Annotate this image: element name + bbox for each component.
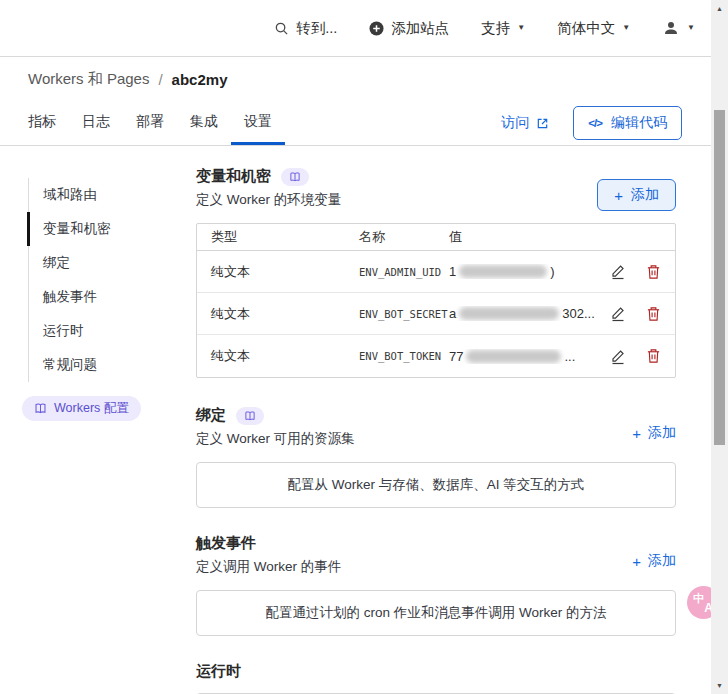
sidebar-item-variables-secrets[interactable]: 变量和机密: [29, 212, 182, 246]
support-menu[interactable]: 支持 ▼: [481, 19, 525, 38]
bindings-title-row: 绑定: [196, 406, 676, 425]
visit-label: 访问: [501, 114, 529, 132]
table-row: 纯文本 ENV_BOT_SECRET a 302...: [197, 293, 675, 335]
variable-value: 1 ): [449, 264, 597, 279]
visit-link[interactable]: 访问: [501, 114, 549, 132]
scroll-down-button[interactable]: ▼: [711, 677, 728, 694]
runtime-title: 运行时: [196, 662, 241, 681]
book-icon: [244, 410, 256, 422]
breadcrumb-current: abc2my: [172, 71, 228, 88]
goto-label: 转到...: [296, 19, 337, 38]
variable-type: 纯文本: [197, 263, 359, 281]
pencil-icon: [610, 263, 626, 280]
tab-settings[interactable]: 设置: [231, 101, 285, 145]
code-icon: </>: [588, 117, 602, 129]
workers-settings-page: 转到... 添加站点 支持 ▼ 简体中文 ▼ ▼: [0, 0, 728, 694]
tab-actions: 访问 </> 编辑代码: [501, 101, 711, 145]
table-row: 纯文本 ENV_ADMIN_UID 1 ): [197, 251, 675, 293]
bindings-subtitle: 定义 Worker 可用的资源集: [196, 430, 676, 448]
bindings-title: 绑定: [196, 406, 226, 425]
tab-integrations[interactable]: 集成: [177, 101, 231, 145]
section-runtime: 运行时: [196, 662, 676, 694]
triggers-title-row: 触发事件: [196, 534, 676, 553]
trash-icon: [646, 348, 661, 364]
variable-type: 纯文本: [197, 305, 359, 323]
pencil-icon: [610, 305, 626, 322]
delete-variable-button[interactable]: [646, 306, 661, 322]
trash-icon: [646, 306, 661, 322]
add-site-label: 添加站点: [391, 19, 449, 38]
variables-table: 类型 名称 值 纯文本 ENV_ADMIN_UID 1 ): [196, 223, 676, 378]
row-actions: [597, 348, 675, 365]
settings-sidebar: 域和路由 变量和机密 绑定 触发事件 运行时 常规问题: [28, 178, 182, 382]
language-label: 简体中文: [557, 19, 615, 38]
variables-table-header: 类型 名称 值: [197, 224, 675, 251]
breadcrumb-separator: /: [158, 71, 162, 88]
variables-title: 变量和机密: [196, 167, 271, 186]
tab-logs[interactable]: 日志: [69, 101, 123, 145]
add-variable-label: 添加: [631, 186, 659, 204]
sidebar-item-domains-routes[interactable]: 域和路由: [29, 178, 182, 212]
triggers-title: 触发事件: [196, 534, 256, 553]
tab-deployments[interactable]: 部署: [123, 101, 177, 145]
chevron-down-icon: ▼: [687, 24, 695, 32]
vertical-scrollbar[interactable]: ▲ ▼: [711, 0, 728, 694]
plus-icon: +: [632, 554, 641, 569]
triggers-empty-state: 配置通过计划的 cron 作业和消息事件调用 Worker 的方法: [196, 590, 676, 636]
settings-content: 变量和机密 定义 Worker 的环境变量 + 添加 类型 名称 值: [196, 167, 676, 694]
book-icon: [34, 402, 47, 415]
translate-icon: 中: [693, 591, 704, 606]
variable-name: ENV_BOT_TOKEN: [359, 350, 449, 362]
support-label: 支持: [481, 19, 510, 38]
edit-variable-button[interactable]: [610, 305, 626, 322]
trash-icon: [646, 264, 661, 280]
search-icon: [274, 21, 289, 36]
table-row: 纯文本 ENV_BOT_TOKEN 77 ...: [197, 335, 675, 377]
goto-search[interactable]: 转到...: [274, 19, 337, 38]
redacted-value-blur: [459, 265, 547, 278]
tab-metrics[interactable]: 指标: [15, 101, 69, 145]
breadcrumb-root-link[interactable]: Workers 和 Pages: [28, 70, 149, 89]
delete-variable-button[interactable]: [646, 264, 661, 280]
section-variables-secrets: 变量和机密 定义 Worker 的环境变量 + 添加 类型 名称 值: [196, 167, 676, 378]
user-icon: [662, 19, 680, 37]
sidebar-item-triggers[interactable]: 触发事件: [29, 280, 182, 314]
add-trigger-label: 添加: [648, 552, 676, 570]
chevron-down-icon: ▼: [622, 24, 630, 32]
edit-code-button[interactable]: </> 编辑代码: [573, 106, 682, 140]
add-binding-link[interactable]: + 添加: [632, 424, 676, 442]
add-site-button[interactable]: 添加站点: [369, 19, 449, 38]
add-trigger-link[interactable]: + 添加: [632, 552, 676, 570]
workers-config-badge[interactable]: Workers 配置: [22, 396, 141, 421]
section-bindings: 绑定 定义 Worker 可用的资源集 + 添加 配置从 Worker 与存储、…: [196, 406, 676, 508]
add-variable-button[interactable]: + 添加: [597, 179, 676, 211]
delete-variable-button[interactable]: [646, 348, 661, 364]
edit-variable-button[interactable]: [610, 263, 626, 280]
redacted-value-blur: [459, 307, 559, 320]
account-menu[interactable]: ▼: [662, 19, 695, 37]
language-menu[interactable]: 简体中文 ▼: [557, 19, 630, 38]
row-actions: [597, 263, 675, 280]
book-icon: [289, 171, 301, 183]
header-name: 名称: [359, 228, 449, 246]
header-value: 值: [449, 228, 597, 246]
plus-circle-icon: [369, 21, 384, 36]
bindings-empty-state: 配置从 Worker 与存储、数据库、AI 等交互的方式: [196, 462, 676, 508]
scroll-up-button[interactable]: ▲: [711, 0, 728, 17]
variable-name: ENV_ADMIN_UID: [359, 266, 449, 278]
tab-bar: 指标 日志 部署 集成 设置 访问 </> 编辑代码: [0, 101, 711, 146]
sidebar-item-runtime[interactable]: 运行时: [29, 314, 182, 348]
sidebar-item-bindings[interactable]: 绑定: [29, 246, 182, 280]
triggers-subtitle: 定义调用 Worker 的事件: [196, 558, 676, 576]
chevron-down-icon: ▼: [517, 24, 525, 32]
sidebar-item-general[interactable]: 常规问题: [29, 348, 182, 382]
scrollbar-thumb[interactable]: [714, 110, 725, 445]
pencil-icon: [610, 348, 626, 365]
docs-badge[interactable]: [236, 407, 264, 425]
edit-code-label: 编辑代码: [611, 114, 667, 132]
docs-badge[interactable]: [281, 168, 309, 186]
edit-variable-button[interactable]: [610, 348, 626, 365]
external-link-icon: [536, 117, 549, 130]
add-binding-label: 添加: [648, 424, 676, 442]
settings-nav-list: 域和路由 变量和机密 绑定 触发事件 运行时 常规问题: [28, 178, 182, 382]
